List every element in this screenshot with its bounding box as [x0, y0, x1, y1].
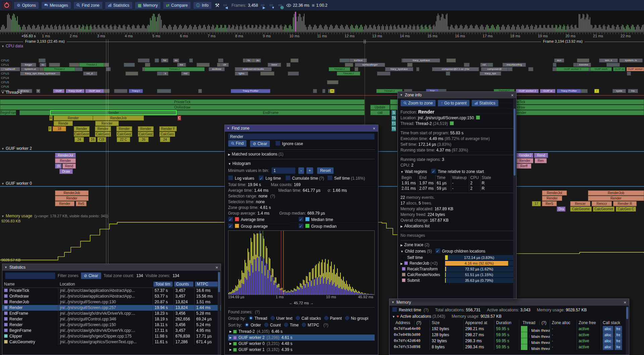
cpu-zone[interactable] — [49, 63, 60, 67]
timeline-zone[interactable]: RerS — [542, 201, 557, 206]
frame-dropdown-button[interactable]: ▼ — [269, 4, 274, 7]
cpu-zone[interactable] — [553, 63, 556, 67]
free-callstack-button[interactable]: fre — [614, 338, 623, 344]
cpu-zone[interactable] — [286, 63, 291, 67]
curve-toggle[interactable]: Group average — [228, 223, 299, 230]
timeline-zone[interactable]: audioserver/audio — [235, 67, 272, 71]
timeline-zone[interactable]: C(8 — [97, 137, 106, 142]
col-mtpc[interactable]: MTPC — [195, 281, 220, 287]
cpu-zone[interactable] — [407, 63, 413, 67]
cpu-zone[interactable] — [327, 80, 338, 84]
scrollbar[interactable] — [626, 306, 629, 355]
scrollbar[interactable] — [513, 99, 516, 299]
zone-info-title-bar[interactable]: ▼ Zone info × — [398, 92, 516, 98]
timeline-zone[interactable]: RenderJol — [55, 153, 76, 158]
statistics-row[interactable]: Render jni/../jni/src/guif/Control.cpp:3… — [2, 316, 221, 322]
timeline-zone[interactable]: Tracy GUIF — [66, 89, 85, 93]
timeline-zone[interactable]: T1 — [391, 121, 396, 126]
sort-by-radio[interactable]: Count — [264, 323, 281, 327]
timeline-zone[interactable]: S — [391, 110, 396, 115]
clear-filter-button[interactable]: ⊘Clear — [81, 272, 101, 279]
find-zone-title-bar[interactable]: ▼ Find zone × — [225, 125, 378, 132]
scrollbar-thumb[interactable] — [514, 108, 516, 176]
col-name[interactable]: Name — [2, 281, 58, 287]
timeline-zone[interactable]: C — [177, 116, 181, 121]
statistics-row[interactable]: RenderJob jni/../jni/src/guif/Screen.cpp… — [2, 299, 221, 305]
allocation-row[interactable]: 0x7dfc53d898 8 bytes 298.34 ms 59.95 s M… — [392, 344, 626, 350]
col-duration[interactable]: Duration — [494, 320, 519, 326]
cpu-zone[interactable] — [125, 72, 138, 76]
statistics-row[interactable]: BeginFrame jni/../jni/src/claw/gfx/drv/v… — [2, 328, 221, 334]
allocation-row[interactable]: 0x7dfaa64e00 192 bytes 298.21 ms 59.95 s… — [392, 326, 626, 332]
restrict-time-checkbox[interactable] — [392, 307, 397, 312]
cpu-zone[interactable] — [290, 58, 299, 62]
timeline-zone[interactable]: Rende — [54, 121, 73, 126]
timeline-zone[interactable]: Update — [370, 105, 390, 110]
timeline-zone[interactable]: Tracy Profiler — [231, 89, 270, 93]
timeline-zone[interactable]: OnRedraw — [0, 105, 365, 110]
timeline-zone[interactable]: kwor — [268, 63, 281, 67]
allocation-row[interactable]: 0x7e049b3d00 128 bytes 298.27 ms 59.95 s… — [392, 332, 626, 338]
group-children-checkbox[interactable] — [435, 248, 440, 253]
cpu-zone[interactable] — [339, 58, 351, 62]
reset-button[interactable]: Reset — [317, 167, 333, 174]
curve-toggle[interactable]: Group median — [299, 223, 369, 230]
group-by-radio[interactable]: User text — [270, 316, 292, 321]
options-button[interactable]: ⚙Options — [14, 2, 39, 9]
timeline-zone[interactable]: 18 — [53, 126, 66, 131]
child-zone-row[interactable]: Self time 172.14 µs (3.83%) — [400, 255, 514, 260]
radio[interactable] — [302, 322, 306, 327]
timeline-zone[interactable]: CalcGeome — [74, 132, 90, 137]
timeline-zone[interactable]: Render — [55, 201, 74, 206]
cpu-data-header[interactable]: ▼CPU data — [1, 44, 23, 49]
timeline-zone[interactable]: sen..s — [599, 58, 618, 62]
timeline-zone[interactable]: Thread-2 — [44, 67, 75, 71]
checkbox[interactable] — [299, 217, 304, 222]
compare-button[interactable]: ⇄Compare — [163, 2, 191, 9]
free-callstack-button[interactable]: fre — [614, 332, 623, 338]
min-bin-input[interactable] — [271, 167, 296, 174]
scrollbar-thumb[interactable] — [218, 272, 220, 292]
found-zone-group[interactable]: ▶ GUIF worker 2 (3,296) 4.61 s — [228, 335, 375, 341]
ignore-case-checkbox[interactable] — [275, 141, 280, 146]
alloc-callstack-button[interactable]: alloc — [603, 344, 613, 350]
active-allocations-header[interactable]: ▼♥Active allocations (3,043) Memory usag… — [392, 313, 626, 320]
timeline-zone[interactable]: GUIF worker 2 — [516, 89, 539, 93]
option-checkbox-item[interactable]: Log time — [259, 176, 282, 181]
statistics-row[interactable]: EndFrame jni/../jni/src/claw/gfx/drv/vk/… — [2, 311, 221, 316]
timeline-zone[interactable]: (8 — [55, 164, 62, 169]
timeline-zone[interactable]: Dra — [557, 207, 566, 212]
timeline-zone[interactable]: 24 — [160, 137, 170, 142]
cpu-zone[interactable] — [157, 89, 171, 93]
timeline-zone[interactable]: syste — [612, 89, 626, 93]
find-zone-search-input[interactable] — [228, 133, 375, 140]
timeline-zone[interactable]: Rencer — [570, 201, 590, 206]
cpu-zone[interactable] — [198, 89, 202, 93]
timeline-zone[interactable]: Render — [55, 196, 89, 201]
radio[interactable] — [270, 316, 275, 320]
cpu-zone[interactable] — [577, 58, 589, 62]
timeline-zone[interactable]: Tracy I — [129, 89, 143, 93]
close-icon[interactable]: × — [623, 300, 627, 305]
timeline-zone[interactable]: 17 — [532, 201, 541, 206]
go-to-parent-button[interactable]: ↑Go to parent — [438, 100, 470, 106]
statistics-row[interactable]: Render jni/../jni/src/guif/Screen.cpp:25… — [2, 305, 221, 311]
timeline-zone[interactable]: system..tx — [619, 58, 643, 62]
radio[interactable] — [264, 322, 269, 327]
radio[interactable] — [296, 316, 300, 320]
timeline-zone[interactable]: surfacefinger — [355, 63, 385, 67]
timeline-zone[interactable]: Thread-2 — [79, 63, 104, 67]
timeline-zone[interactable]: kw — [177, 63, 186, 67]
cpu-zone[interactable] — [124, 63, 135, 67]
cpu-zone[interactable] — [155, 58, 159, 62]
timeline-zone[interactable]: Render — [588, 196, 644, 201]
child-zone-row[interactable]: Submit 35.63 µs (0.79%) — [400, 277, 514, 283]
thread-2-header[interactable]: ▼Thread-2 — [1, 90, 22, 95]
timeline-zone[interactable]: Renccr — [592, 201, 612, 206]
scrollbar[interactable] — [218, 271, 220, 355]
timeline-zone[interactable]: CalcGeo C — [616, 207, 636, 212]
timeline-zone[interactable]: A — [330, 89, 334, 93]
radio[interactable] — [324, 316, 329, 320]
timeline-zone[interactable]: Render — [54, 116, 93, 121]
timeline-zone[interactable]: Re5 — [76, 201, 87, 206]
